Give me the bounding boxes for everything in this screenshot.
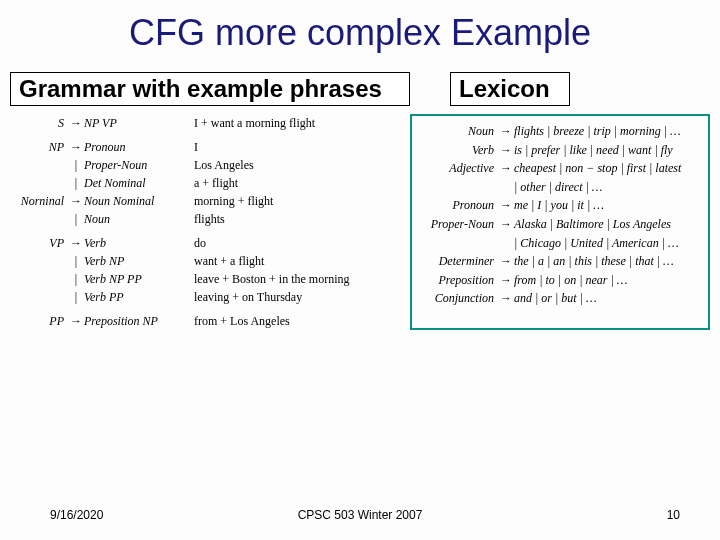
example-phrase: from + Los Angeles <box>194 312 390 330</box>
lexicon-entry: Determiner→the | a | an | this | these |… <box>416 252 700 271</box>
arrow-icon: → <box>498 215 514 234</box>
arrow-icon: → <box>68 138 84 156</box>
example-phrase: a + flight <box>194 174 390 192</box>
grammar-rule: |Verb PP <box>10 288 180 306</box>
lexicon-lhs: Conjunction <box>416 289 498 308</box>
arrow-icon: → <box>498 122 514 141</box>
lexicon-entry: Proper-Noun→Alaska | Baltimore | Los Ang… <box>416 215 700 234</box>
content-area: S→NP VPNP→Pronoun|Proper-Noun|Det Nomina… <box>0 106 720 330</box>
lexicon-entry: Conjunction→and | or | but | … <box>416 289 700 308</box>
lexicon-panel: Noun→flights | breeze | trip | morning |… <box>410 114 710 330</box>
rule-rhs: Verb NP <box>84 252 180 270</box>
lexicon-heading: Lexicon <box>450 72 570 106</box>
example-phrase: I <box>194 138 390 156</box>
arrow-icon: → <box>498 252 514 271</box>
rule-rhs: Noun <box>84 210 180 228</box>
footer-page-number: 10 <box>667 508 680 522</box>
grammar-rule: |Verb NP PP <box>10 270 180 288</box>
example-phrase: I + want a morning flight <box>194 114 390 132</box>
rule-lhs: NP <box>10 138 68 156</box>
example-phrase: do <box>194 234 390 252</box>
grammar-rule: Norninal→Noun Nominal <box>10 192 180 210</box>
grammar-rule: VP→Verb <box>10 234 180 252</box>
rule-lhs <box>10 288 68 306</box>
arrow-icon: → <box>68 114 84 132</box>
pipe-icon: | <box>68 174 84 192</box>
example-phrase: Los Angeles <box>194 156 390 174</box>
grammar-heading: Grammar with example phrases <box>10 72 410 106</box>
arrow-icon: → <box>498 141 514 160</box>
grammar-rule: |Det Nominal <box>10 174 180 192</box>
grammar-rule: |Proper-Noun <box>10 156 180 174</box>
lexicon-entry: Adjective→cheapest | non − stop | first … <box>416 159 700 178</box>
example-phrase: want + a flight <box>194 252 390 270</box>
rule-lhs <box>10 156 68 174</box>
lexicon-rhs: cheapest | non − stop | first | latest <box>514 159 700 178</box>
lexicon-rhs-continuation: | Chicago | United | American | … <box>416 234 700 253</box>
subheadings-row: Grammar with example phrases Lexicon <box>0 72 720 106</box>
arrow-icon: → <box>68 312 84 330</box>
rule-rhs: Proper-Noun <box>84 156 180 174</box>
grammar-rule: NP→Pronoun <box>10 138 180 156</box>
lexicon-rhs: and | or | but | … <box>514 289 700 308</box>
footer-course: CPSC 503 Winter 2007 <box>298 508 423 522</box>
example-phrase: morning + flight <box>194 192 390 210</box>
slide-footer: 9/16/2020 CPSC 503 Winter 2007 10 <box>0 508 720 522</box>
lexicon-lhs: Proper-Noun <box>416 215 498 234</box>
lexicon-lhs: Noun <box>416 122 498 141</box>
lexicon-lhs: Verb <box>416 141 498 160</box>
rule-lhs: Norninal <box>10 192 68 210</box>
rule-lhs: PP <box>10 312 68 330</box>
arrow-icon: → <box>68 192 84 210</box>
slide-title: CFG more complex Example <box>0 0 720 72</box>
lexicon-entry: Pronoun→me | I | you | it | … <box>416 196 700 215</box>
rule-lhs: VP <box>10 234 68 252</box>
lexicon-rhs: the | a | an | this | these | that | … <box>514 252 700 271</box>
rule-rhs: NP VP <box>84 114 180 132</box>
grammar-rule: PP→Preposition NP <box>10 312 180 330</box>
lexicon-lhs: Determiner <box>416 252 498 271</box>
lexicon-rhs: from | to | on | near | … <box>514 271 700 290</box>
pipe-icon: | <box>68 156 84 174</box>
grammar-panel: S→NP VPNP→Pronoun|Proper-Noun|Det Nomina… <box>10 114 390 330</box>
lexicon-lhs: Adjective <box>416 159 498 178</box>
pipe-icon: | <box>68 288 84 306</box>
rule-rhs: Det Nominal <box>84 174 180 192</box>
pipe-icon: | <box>68 270 84 288</box>
lexicon-rhs: flights | breeze | trip | morning | … <box>514 122 700 141</box>
rule-lhs: S <box>10 114 68 132</box>
lexicon-lhs: Pronoun <box>416 196 498 215</box>
rule-lhs <box>10 174 68 192</box>
grammar-rule: |Verb NP <box>10 252 180 270</box>
lexicon-rhs: Alaska | Baltimore | Los Angeles <box>514 215 700 234</box>
rule-rhs: Preposition NP <box>84 312 180 330</box>
grammar-rule: |Noun <box>10 210 180 228</box>
grammar-rules-column: S→NP VPNP→Pronoun|Proper-Noun|Det Nomina… <box>10 114 180 330</box>
rule-rhs: Verb NP PP <box>84 270 180 288</box>
lexicon-rhs: is | prefer | like | need | want | fly <box>514 141 700 160</box>
rule-lhs <box>10 210 68 228</box>
example-phrase: leaving + on Thursday <box>194 288 390 306</box>
example-phrase: leave + Boston + in the morning <box>194 270 390 288</box>
rule-rhs: Noun Nominal <box>84 192 180 210</box>
lexicon-rhs-continuation: | other | direct | … <box>416 178 700 197</box>
arrow-icon: → <box>498 289 514 308</box>
rule-rhs: Pronoun <box>84 138 180 156</box>
rule-lhs <box>10 252 68 270</box>
arrow-icon: → <box>498 271 514 290</box>
lexicon-entry: Preposition→from | to | on | near | … <box>416 271 700 290</box>
pipe-icon: | <box>68 210 84 228</box>
pipe-icon: | <box>68 252 84 270</box>
arrow-icon: → <box>68 234 84 252</box>
lexicon-entry: Verb→is | prefer | like | need | want | … <box>416 141 700 160</box>
example-phrase: flights <box>194 210 390 228</box>
rule-lhs <box>10 270 68 288</box>
arrow-icon: → <box>498 196 514 215</box>
rule-rhs: Verb <box>84 234 180 252</box>
lexicon-rhs: me | I | you | it | … <box>514 196 700 215</box>
rule-rhs: Verb PP <box>84 288 180 306</box>
grammar-rule: S→NP VP <box>10 114 180 132</box>
lexicon-entry: Noun→flights | breeze | trip | morning |… <box>416 122 700 141</box>
lexicon-lhs: Preposition <box>416 271 498 290</box>
grammar-examples-column: I + want a morning flightILos Angelesa +… <box>194 114 390 330</box>
